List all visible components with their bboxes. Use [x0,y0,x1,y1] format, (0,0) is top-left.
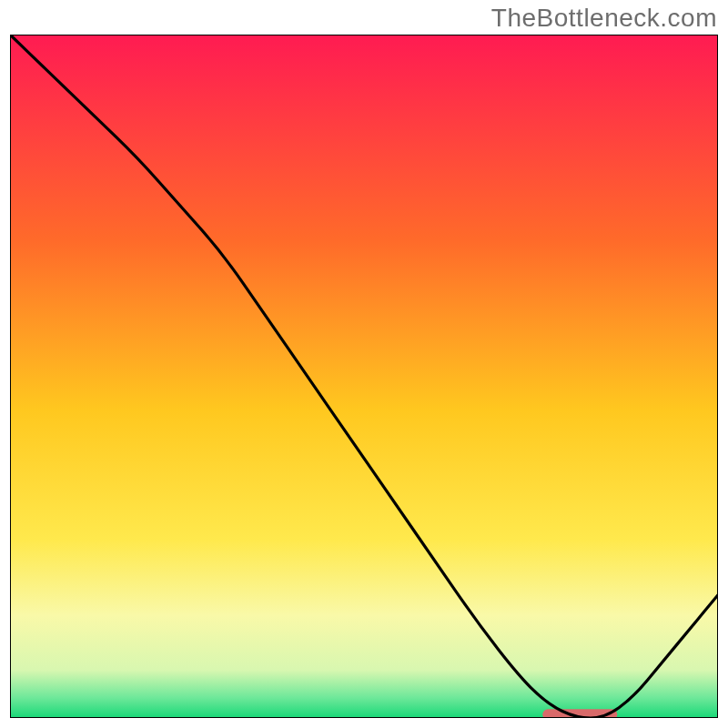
bottleneck-chart [10,35,718,718]
chart-container [10,35,718,718]
chart-stage: TheBottleneck.com [0,0,728,728]
watermark-text: TheBottleneck.com [491,4,717,33]
